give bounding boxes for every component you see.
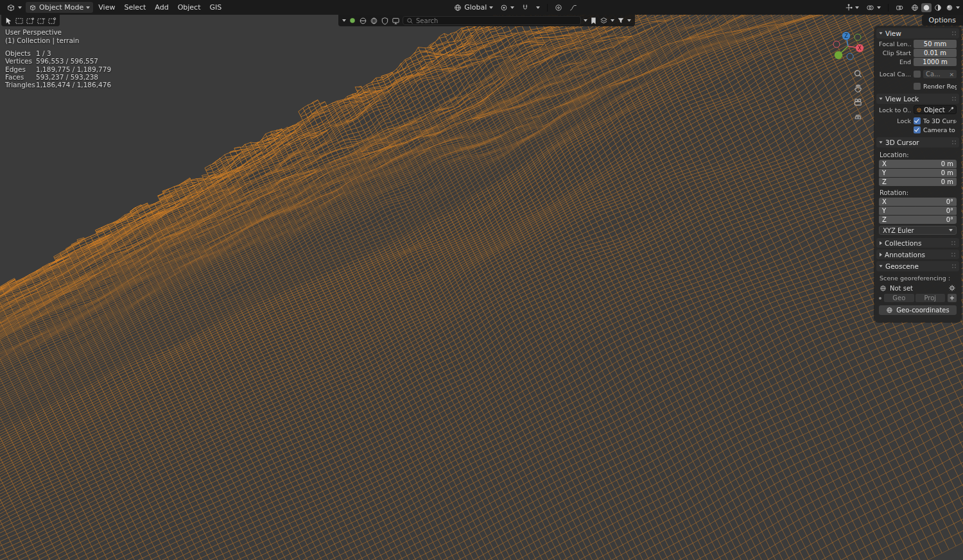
collapse-arrow-icon xyxy=(879,98,882,99)
axis-y-dot xyxy=(835,51,842,59)
viewport-3d[interactable] xyxy=(0,0,963,560)
xray-icon xyxy=(896,4,903,12)
menu-object[interactable]: Object xyxy=(173,2,205,13)
pan-hand-icon[interactable] xyxy=(853,83,863,94)
cursor-location-y-field[interactable]: Y0 m xyxy=(879,169,957,177)
panel-view-header[interactable]: View xyxy=(876,28,959,38)
stat-label: Faces xyxy=(5,73,32,81)
select-box-extend-icon[interactable] xyxy=(26,17,35,25)
filter-dropdown-caret[interactable] xyxy=(627,19,631,22)
axis-z-label: Z xyxy=(844,33,848,39)
cursor-rotation-x-field[interactable]: X0° xyxy=(879,198,957,206)
search-box xyxy=(403,16,581,25)
proj-field[interactable]: Proj xyxy=(915,294,946,302)
crs-value: Not set xyxy=(890,285,945,292)
shading-solid-icon[interactable] xyxy=(921,3,932,12)
axis-neg-z-dot xyxy=(847,53,853,60)
search-input[interactable] xyxy=(416,17,570,24)
bookmark-icon[interactable] xyxy=(590,17,597,25)
axis-neg-y-dot xyxy=(855,34,861,40)
tool-dropdown-caret[interactable] xyxy=(342,19,346,22)
stat-value: 1,186,474 / 1,186,476 xyxy=(36,81,111,89)
panel-view-lock-header[interactable]: View Lock xyxy=(876,94,959,104)
rotation-mode-dropdown[interactable]: XYZ Euler xyxy=(879,226,957,235)
shading-material-icon[interactable] xyxy=(933,3,943,12)
settings-gear-icon[interactable] xyxy=(948,284,956,292)
globe-grid-icon[interactable] xyxy=(370,17,378,25)
monitor-icon[interactable] xyxy=(392,17,400,25)
mode-selector[interactable]: Object Mode xyxy=(26,2,93,13)
select-box-subtract-icon[interactable] xyxy=(37,17,46,25)
eyedropper-icon[interactable] xyxy=(948,106,954,113)
editor-type-button[interactable] xyxy=(3,2,25,13)
panel-3d-cursor: 3D Cursor Location: X0 m Y0 m Z0 m Rotat… xyxy=(876,137,959,238)
chevron-down-icon xyxy=(536,6,540,9)
chevron-down-icon xyxy=(86,6,90,9)
menu-add[interactable]: Add xyxy=(150,2,173,13)
add-button[interactable]: + xyxy=(948,294,957,302)
panel-collections[interactable]: Collections xyxy=(876,238,959,248)
navigation-gizmo[interactable]: Z X xyxy=(830,28,866,64)
layers-dropdown-caret[interactable] xyxy=(611,19,614,22)
proportional-editing-toggle[interactable] xyxy=(551,3,566,13)
menu-view[interactable]: View xyxy=(94,2,119,13)
clip-start-field[interactable]: 0.01 m xyxy=(914,49,957,57)
tool-color-swatch-icon[interactable] xyxy=(349,17,356,24)
filter-funnel-icon[interactable] xyxy=(617,17,625,24)
panel-geoscene-header[interactable]: Geoscene xyxy=(876,261,959,271)
zoom-icon[interactable] xyxy=(853,69,863,80)
snap-toggle[interactable] xyxy=(518,3,532,13)
shield-icon[interactable] xyxy=(381,17,389,25)
lock-to-object-field[interactable]: Object xyxy=(914,105,957,114)
local-camera-checkbox[interactable] xyxy=(914,71,921,78)
chevron-down-icon xyxy=(510,6,514,9)
clear-icon[interactable]: × xyxy=(949,71,954,78)
menu-select[interactable]: Select xyxy=(119,2,150,13)
globe-icon xyxy=(454,4,462,12)
menu-gis[interactable]: GIS xyxy=(205,2,226,13)
toggle-perspective-icon[interactable] xyxy=(853,111,863,122)
show-gizmo-dropdown[interactable] xyxy=(842,3,862,13)
cursor-rotation-y-field[interactable]: Y0° xyxy=(879,207,957,215)
cursor-location-x-field[interactable]: X0 m xyxy=(879,160,957,168)
geo-field[interactable]: Geo xyxy=(884,294,914,302)
shading-wireframe-icon[interactable] xyxy=(910,3,920,12)
clip-end-field[interactable]: 1000 m xyxy=(914,58,957,66)
shading-dropdown-caret[interactable] xyxy=(956,6,960,9)
toggle-xray-button[interactable] xyxy=(892,3,907,13)
lock-to-3d-cursor-checkbox[interactable] xyxy=(914,117,921,124)
cursor-rotation-z-field[interactable]: Z0° xyxy=(879,216,957,224)
chevron-down-icon xyxy=(489,6,493,9)
local-camera-field[interactable]: Ca... × xyxy=(923,70,957,78)
active-collection-label: (1) Collection | terrain xyxy=(5,37,111,45)
show-overlays-dropdown[interactable] xyxy=(863,3,884,13)
collapsed-arrow-icon xyxy=(880,241,882,245)
options-button[interactable]: Options xyxy=(922,15,963,26)
shading-rendered-icon[interactable] xyxy=(944,3,955,12)
select-box-intersect-icon[interactable] xyxy=(48,17,56,25)
cursor-location-z-field[interactable]: Z0 m xyxy=(879,178,957,186)
snap-settings-dropdown[interactable] xyxy=(533,5,543,10)
crs-status-row: Not set xyxy=(876,283,959,293)
camera-to-view-checkbox[interactable] xyxy=(914,126,921,133)
pivot-point-dropdown[interactable] xyxy=(497,3,517,13)
camera-view-icon[interactable] xyxy=(853,97,863,108)
scene-statistics: Objects1 / 3 Vertices596,553 / 596,557 E… xyxy=(5,49,111,89)
transform-orientation-dropdown[interactable]: Global xyxy=(451,2,496,13)
stat-value: 1,189,775 / 1,189,779 xyxy=(36,65,111,73)
proportional-falloff-dropdown[interactable] xyxy=(566,3,580,13)
panel-3d-cursor-header[interactable]: 3D Cursor xyxy=(876,137,959,148)
panel-grip-icon xyxy=(951,140,957,145)
focal-length-field[interactable]: 50 mm xyxy=(914,40,957,48)
sphere-icon[interactable] xyxy=(359,17,367,25)
geo-coordinates-button[interactable]: Geo-coordinates xyxy=(879,305,957,315)
search-options-caret[interactable] xyxy=(584,19,587,22)
layers-icon[interactable] xyxy=(600,17,608,25)
tweak-tool-icon[interactable] xyxy=(4,17,13,25)
panel-annotations[interactable]: Annotations xyxy=(876,250,959,259)
stat-value: 1 / 3 xyxy=(36,49,111,57)
render-region-checkbox[interactable] xyxy=(914,83,921,90)
divider xyxy=(888,4,889,12)
select-box-new-icon[interactable] xyxy=(15,17,24,25)
collapse-arrow-icon xyxy=(879,141,882,143)
